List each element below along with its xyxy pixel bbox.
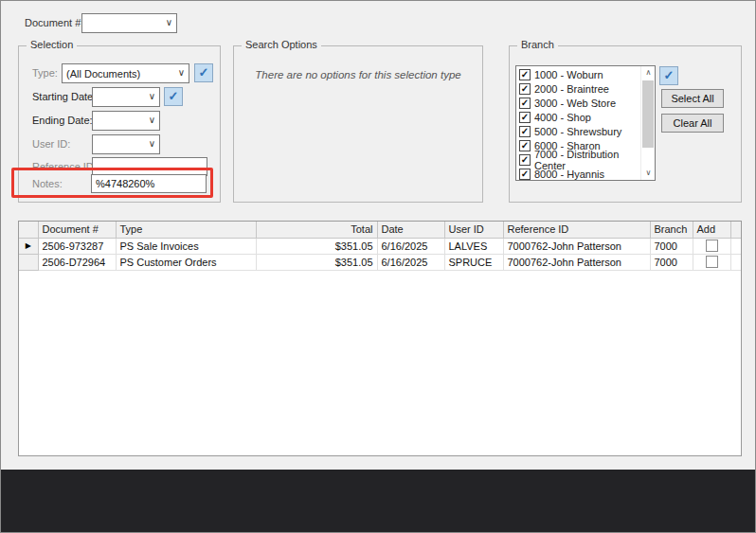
checkbox-checked-icon[interactable]: ✓ xyxy=(519,83,531,95)
branch-item-label: 1000 - Woburn xyxy=(534,69,603,80)
add-checkbox[interactable] xyxy=(706,256,718,268)
notes-input[interactable] xyxy=(91,174,207,193)
branch-filter-checkbox[interactable]: ✓ xyxy=(659,66,678,85)
branch-list-scrollbar[interactable]: ∧ ∨ xyxy=(640,66,655,180)
selection-group-title: Selection xyxy=(27,39,77,50)
results-grid: Document # Type Total Date User ID Refer… xyxy=(18,221,742,456)
type-dropdown[interactable]: (All Documents) ∨ xyxy=(62,63,189,83)
branch-item-label: 4000 - Shop xyxy=(534,112,591,123)
column-header-reference-id[interactable]: Reference ID xyxy=(503,222,650,238)
checkbox-checked-icon[interactable]: ✓ xyxy=(519,69,531,80)
user-id-dropdown[interactable]: ∨ xyxy=(92,134,160,154)
cell-type: PS Sale Invoices xyxy=(116,238,256,254)
branch-list-item[interactable]: ✓ 2000 - Braintree xyxy=(516,81,639,96)
blue-check-icon: ✓ xyxy=(664,68,675,82)
chevron-down-icon: ∨ xyxy=(166,17,172,27)
current-row-arrow-icon: ▶ xyxy=(19,238,38,254)
branch-list-item[interactable]: ✓ 7000 - Distribution Center xyxy=(516,152,639,167)
scroll-down-icon[interactable]: ∨ xyxy=(641,167,656,180)
checkbox-checked-icon[interactable]: ✓ xyxy=(519,126,531,137)
type-filter-checkbox[interactable]: ✓ xyxy=(194,63,213,82)
chevron-down-icon: ∨ xyxy=(149,138,155,149)
notes-label: Notes: xyxy=(32,178,63,189)
table-row[interactable]: ▶ 2506-973287 PS Sale Invoices $351.05 6… xyxy=(19,238,742,254)
cell-document-number: 2506-D72964 xyxy=(38,254,116,270)
branch-group: Branch ✓ 1000 - Woburn ✓ 2000 - Braintre… xyxy=(509,45,742,203)
column-header-filler xyxy=(730,222,742,238)
starting-date-filter-checkbox[interactable]: ✓ xyxy=(164,87,183,106)
selection-group: Selection Type: (All Documents) ∨ ✓ Star… xyxy=(18,45,221,203)
branch-item-label: 5000 - Shrewsbury xyxy=(534,126,621,137)
type-value: (All Documents) xyxy=(66,68,140,80)
cell-branch: 7000 xyxy=(650,254,693,270)
branch-item-label: 8000 - Hyannis xyxy=(534,169,604,180)
scroll-up-icon[interactable]: ∧ xyxy=(641,66,656,80)
ending-date-dropdown[interactable]: ∨ xyxy=(92,111,160,131)
chevron-down-icon: ∨ xyxy=(149,115,155,125)
branch-group-title: Branch xyxy=(517,39,558,50)
blue-check-icon: ✓ xyxy=(169,89,179,103)
column-header-type[interactable]: Type xyxy=(116,222,256,238)
cell-date: 6/16/2025 xyxy=(377,238,444,254)
cell-document-number: 2506-973287 xyxy=(38,238,116,254)
cell-reference-id: 7000762-John Patterson xyxy=(503,254,650,270)
ending-date-label: Ending Date: xyxy=(32,115,93,126)
checkbox-checked-icon[interactable]: ✓ xyxy=(519,169,531,180)
starting-date-label: Starting Date: xyxy=(32,91,96,102)
blue-check-icon: ✓ xyxy=(199,65,209,80)
row-selector-cell xyxy=(19,254,38,270)
user-id-label: User ID: xyxy=(32,138,70,150)
search-options-group: Search Options There are no options for … xyxy=(233,45,483,203)
cell-reference-id: 7000762-John Patterson xyxy=(503,238,650,254)
column-header-document[interactable]: Document # xyxy=(38,222,116,238)
branch-list-item[interactable]: ✓ 5000 - Shrewsbury xyxy=(516,124,639,138)
column-header-user-id[interactable]: User ID xyxy=(444,222,503,238)
function-key-bar: F1 Next F2 Import F3 Style F4 F5 Attach … xyxy=(1,470,755,532)
cell-total: $351.05 xyxy=(256,254,377,270)
reference-id-label: Reference ID: xyxy=(32,161,97,172)
branch-item-label: 2000 - Braintree xyxy=(534,83,609,95)
column-header-branch[interactable]: Branch xyxy=(650,222,693,238)
scrollbar-thumb[interactable] xyxy=(642,80,654,148)
document-number-dropdown[interactable]: ∨ xyxy=(81,13,177,33)
search-options-group-title: Search Options xyxy=(242,39,321,50)
cell-user-id: SPRUCE xyxy=(444,254,503,270)
document-selection-window: Document #: ∨ Selection Type: (All Docum… xyxy=(0,0,756,533)
cell-total: $351.05 xyxy=(256,238,377,254)
no-options-message: There are no options for this selection … xyxy=(234,69,482,80)
column-header-date[interactable]: Date xyxy=(377,222,444,238)
chevron-down-icon: ∨ xyxy=(149,91,155,101)
column-header-total[interactable]: Total xyxy=(256,222,377,238)
starting-date-dropdown[interactable]: ∨ xyxy=(92,87,160,107)
branch-item-label: 3000 - Web Store xyxy=(534,98,616,109)
table-row[interactable]: 2506-D72964 PS Customer Orders $351.05 6… xyxy=(19,254,742,270)
checkbox-checked-icon[interactable]: ✓ xyxy=(519,140,531,151)
type-label: Type: xyxy=(32,67,58,79)
row-selector-header xyxy=(19,222,38,238)
select-all-button[interactable]: Select All xyxy=(661,89,724,108)
branch-list-item[interactable]: ✓ 1000 - Woburn xyxy=(516,67,639,81)
checkbox-checked-icon[interactable]: ✓ xyxy=(519,98,531,109)
cell-branch: 7000 xyxy=(650,238,693,254)
clear-all-button[interactable]: Clear All xyxy=(661,114,724,133)
branch-list-item[interactable]: ✓ 4000 - Shop xyxy=(516,110,639,124)
cell-user-id: LALVES xyxy=(444,238,503,254)
branch-listbox: ✓ 1000 - Woburn ✓ 2000 - Braintree ✓ 300… xyxy=(515,65,656,181)
grid-header-row: Document # Type Total Date User ID Refer… xyxy=(19,222,742,238)
branch-list-item[interactable]: ✓ 3000 - Web Store xyxy=(516,96,639,110)
chevron-down-icon: ∨ xyxy=(178,67,185,78)
add-checkbox[interactable] xyxy=(706,240,718,252)
checkbox-checked-icon[interactable]: ✓ xyxy=(519,112,531,123)
cell-date: 6/16/2025 xyxy=(377,254,444,270)
reference-id-input[interactable] xyxy=(92,157,207,176)
column-header-add[interactable]: Add xyxy=(693,222,730,238)
document-number-label: Document #: xyxy=(25,17,83,28)
checkbox-checked-icon[interactable]: ✓ xyxy=(519,154,531,166)
cell-type: PS Customer Orders xyxy=(116,254,256,270)
